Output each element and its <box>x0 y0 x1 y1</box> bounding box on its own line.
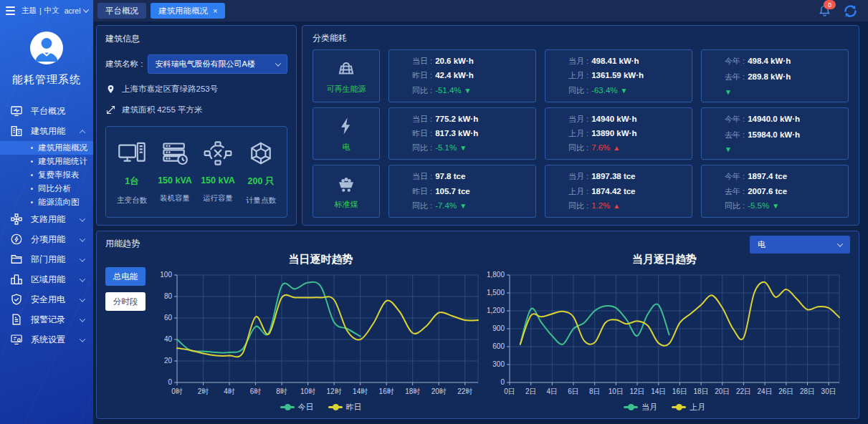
energy-card-line: 同比 : -5.5%▼ <box>725 201 841 211</box>
sidebar-item-2[interactable]: 支路用能 <box>0 209 93 229</box>
time-period-button[interactable]: 分时段 <box>105 292 146 311</box>
hamburger-menu-icon[interactable] <box>4 5 16 16</box>
line-label: 去年 : <box>725 72 745 82</box>
stat-value: 200 只 <box>239 175 282 188</box>
theme-lang: 主题 | 中文 <box>22 6 59 16</box>
energy-card-line: 去年 : 289.8 kW·h <box>725 72 841 82</box>
language-toggle[interactable]: 中文 <box>44 6 59 16</box>
sidebar-subitem-1-0[interactable]: 建筑用能概况 <box>0 141 93 155</box>
installed-capacity-icon <box>153 141 196 165</box>
svg-text:20: 20 <box>163 357 172 365</box>
sidebar-item-0[interactable]: 平台概况 <box>0 101 93 121</box>
legend-item-昨日[interactable]: 昨日 <box>328 402 362 413</box>
energy-card-line: 当日 : 775.2 kW·h <box>412 114 528 125</box>
close-icon[interactable]: × <box>213 7 217 15</box>
line-label: 去年 : <box>725 130 745 140</box>
sidebar-item-label: 支路用能 <box>31 213 72 226</box>
svg-text:14日: 14日 <box>651 387 666 395</box>
line-value: 13890 kW·h <box>591 129 636 138</box>
transformer-icon <box>110 141 153 165</box>
sidebar-item-1[interactable]: 建筑用能 <box>0 121 93 141</box>
line-value: 1897.4 tce <box>748 172 787 180</box>
line-label: 当月 : <box>568 114 588 125</box>
total-energy-button[interactable]: 总电能 <box>105 267 146 286</box>
line-label: 当日 : <box>412 171 432 182</box>
sidebar-item-4[interactable]: 部门用能 <box>0 249 93 269</box>
sidebar-item-3[interactable]: 分项用能 <box>0 229 93 249</box>
line-value: 1874.42 tce <box>591 187 635 196</box>
sidebar-item-label: 报警记录 <box>31 314 72 326</box>
stat-value: 150 kVA <box>196 175 239 186</box>
building-name-select[interactable]: 安科瑞电气股份有限公司A楼 <box>148 54 287 74</box>
energy-card-0-1: 当月 : 498.41 kW·h上月 : 1361.59 kW·h同比 : -6… <box>545 49 692 102</box>
energy-type-select[interactable]: 电 <box>750 236 850 254</box>
sidebar-subitem-1-3[interactable]: 同比分析 <box>0 182 93 196</box>
chevron-up-icon <box>80 126 85 136</box>
sidebar-item-label: 平台概况 <box>31 105 86 117</box>
topbar: 平台概况 建筑用能概况 × 0 <box>93 0 868 21</box>
tab-platform-overview[interactable]: 平台概况 <box>97 3 146 19</box>
sidebar-item-label: 建筑用能 <box>31 125 72 138</box>
daily-chart-title: 当月逐日趋势 <box>632 253 697 266</box>
theme-toggle[interactable]: 主题 <box>22 6 37 16</box>
bullet-icon <box>31 188 33 190</box>
building-info-panel: 建筑信息 建筑名称 : 安科瑞电气股份有限公司A楼 上海市嘉定区育绿路253号 <box>96 25 297 226</box>
line-label: 同比 : <box>568 201 588 211</box>
tab-label: 平台概况 <box>105 6 138 16</box>
legend-item-今日[interactable]: 今日 <box>280 402 314 413</box>
stat-value: 1台 <box>110 175 153 188</box>
line-label: 同比 : <box>412 201 432 211</box>
legend-marker <box>672 406 686 408</box>
daily-trend-chart: 03006009001,2001,5001,8000日2日4日6日8日10日12… <box>478 268 851 401</box>
sidebar: 主题 | 中文 acrel 能耗管理系统 平台概况建筑用能建筑用能概况建筑用能统… <box>0 0 93 424</box>
tab-building-energy-overview[interactable]: 建筑用能概况 × <box>151 3 225 19</box>
sidebar-item-6[interactable]: 安全用电 <box>0 289 93 309</box>
sidebar-subitem-1-1[interactable]: 建筑用能统计 <box>0 155 93 168</box>
energy-row-0: 可再生能源当日 : 20.6 kW·h昨日 : 42.4 kW·h同比 : -5… <box>313 49 849 102</box>
line-label: 上月 : <box>568 186 588 197</box>
svg-text:900: 900 <box>492 324 505 332</box>
line-label: 当日 : <box>412 56 432 67</box>
svg-text:100: 100 <box>160 271 172 279</box>
svg-text:22日: 22日 <box>736 387 751 395</box>
user-menu[interactable]: acrel <box>65 6 88 15</box>
refresh-button[interactable] <box>842 3 858 19</box>
sidebar-item-7[interactable]: 报警记录 <box>0 309 93 329</box>
line-value: 817.3 kW·h <box>435 129 478 138</box>
sidebar-menu: 平台概况建筑用能建筑用能概况建筑用能统计复费率报表同比分析能源流向图支路用能分项… <box>0 101 93 350</box>
svg-text:24日: 24日 <box>758 387 773 395</box>
line-label: 同比 : <box>725 201 745 211</box>
energy-card-line: 同比 : -51.4%▼ <box>412 85 528 96</box>
main-area: 平台概况 建筑用能概况 × 0 建筑信息 建筑名称 : <box>93 0 868 424</box>
sidebar-subitem-label: 能源流向图 <box>38 197 80 208</box>
energy-card-line: 同比 : -63.4%▼ <box>568 85 685 96</box>
energy-card-2-1: 当月 : 1897.38 tce上月 : 1874.42 tce同比 : 1.2… <box>545 165 692 218</box>
line-value: 14940.0 kW·h <box>748 115 800 123</box>
sidebar-subitem-1-2[interactable]: 复费率报表 <box>0 168 93 182</box>
sidebar-item-8[interactable]: 系统设置 <box>0 329 93 350</box>
legend-item-上月[interactable]: 上月 <box>672 402 705 413</box>
sidebar-subitem-1-4[interactable]: 能源流向图 <box>0 196 93 209</box>
line-label: 今年 : <box>725 171 745 182</box>
legend-item-当月[interactable]: 当月 <box>624 402 657 413</box>
svg-text:0: 0 <box>501 378 505 386</box>
building-address: 上海市嘉定区育绿路253号 <box>122 84 218 95</box>
trend-down-icon: ▼ <box>459 144 467 152</box>
coal-icon <box>335 173 358 197</box>
solar-icon <box>335 57 357 82</box>
svg-text:10时: 10时 <box>300 387 315 395</box>
daily-chart-box: 当月逐日趋势 03006009001,2001,5001,8000日2日4日6日… <box>479 251 850 414</box>
svg-text:300: 300 <box>492 360 505 368</box>
sidebar-item-5[interactable]: 区域用能 <box>0 269 93 289</box>
running-capacity-icon <box>196 141 239 165</box>
line-label: 今年 : <box>725 114 745 125</box>
bullet-icon <box>31 160 33 163</box>
trend-down-icon: ▼ <box>725 88 732 96</box>
energy-card-line: 同比 : 1.2%▲ <box>568 201 685 211</box>
building-stat-2: 150 kVA运行容量 <box>196 141 239 206</box>
chevron-down-icon <box>837 241 843 246</box>
divider: | <box>39 6 42 15</box>
line-value: 498.4 kW·h <box>748 57 791 65</box>
svg-text:14时: 14时 <box>353 387 368 395</box>
notifications-button[interactable]: 0 <box>816 3 832 19</box>
